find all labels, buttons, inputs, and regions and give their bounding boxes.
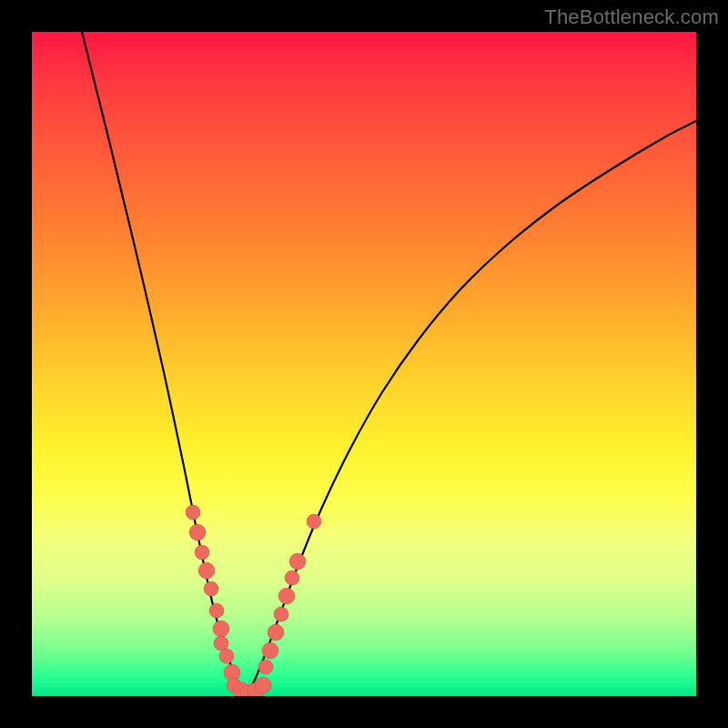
data-marker xyxy=(262,642,278,659)
data-marker xyxy=(307,514,321,529)
chart-frame: TheBottleneck.com xyxy=(0,0,728,728)
data-marker xyxy=(219,649,234,663)
right-curve-path xyxy=(246,121,696,694)
data-marker xyxy=(198,562,215,579)
data-marker xyxy=(285,571,299,585)
right-curve xyxy=(246,121,696,694)
data-marker xyxy=(255,677,271,693)
data-marker xyxy=(274,607,288,622)
data-marker xyxy=(258,660,273,674)
left-curve xyxy=(82,32,246,694)
data-marker xyxy=(213,621,229,637)
data-marker xyxy=(268,624,284,641)
data-marker xyxy=(289,553,306,570)
data-marker xyxy=(189,524,206,541)
data-marker xyxy=(195,545,209,560)
scatter-markers xyxy=(186,505,321,696)
chart-svg xyxy=(32,32,696,696)
plot-area xyxy=(32,32,696,696)
left-curve-path xyxy=(82,32,246,694)
watermark-text: TheBottleneck.com xyxy=(544,5,719,29)
data-marker xyxy=(278,588,295,604)
data-marker xyxy=(209,603,224,618)
data-marker xyxy=(204,581,218,596)
data-marker xyxy=(214,636,228,651)
data-marker xyxy=(186,505,200,520)
